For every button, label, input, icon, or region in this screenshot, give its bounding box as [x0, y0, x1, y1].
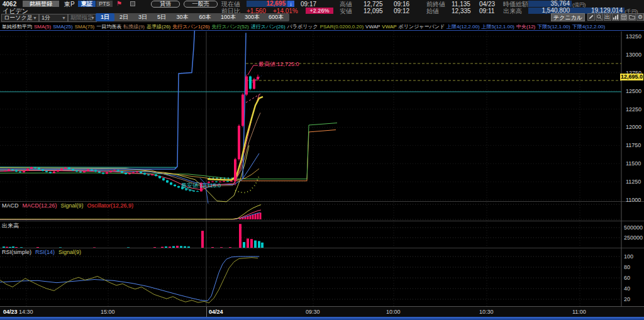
indicator-legend-bar: 単純移動平均SMA(5)SMA(25)SMA(75)一目均衡表転換線(9)基準線…	[0, 23, 644, 31]
legend-item-15[interactable]: 上限4(12,2.00)	[447, 23, 479, 30]
volume-kanji-icon[interactable]: 出	[604, 13, 611, 21]
alert-flag-icon[interactable]: ⚑	[116, 1, 122, 7]
current-price-tag: 12,695.0	[620, 74, 643, 80]
session-divider	[206, 307, 207, 317]
open-value: 12,335	[452, 8, 471, 14]
legend-item-2[interactable]: SMA(25)	[53, 24, 73, 30]
period-button-1日[interactable]: 1日	[96, 13, 114, 21]
volume-legend-item-0[interactable]: 出来高	[2, 222, 19, 230]
legend-item-0[interactable]: 単純移動平均	[2, 23, 32, 30]
high-annotation: 最高値:12,725.0	[258, 62, 299, 67]
period-button-30本[interactable]: 30本	[171, 13, 194, 21]
header: 4062 銘柄登録 東P 東証 PTS ⚑ 貸借 一般売 現在値 12,695 …	[0, 0, 644, 23]
legend-item-3[interactable]: SMA(75)	[75, 24, 95, 30]
low-annotation: 最安値:11,115.0	[181, 183, 221, 189]
legend-item-7[interactable]: 先行スパン1(26)	[172, 23, 209, 30]
register-button[interactable]: 銘柄登録	[23, 1, 59, 7]
high-label: 高値	[340, 1, 352, 8]
legend-item-9[interactable]: 遅行スパン(26)	[251, 23, 286, 30]
volume-label: 出来高	[503, 8, 522, 14]
market-label: 東P	[64, 1, 75, 8]
open-time: 09:11	[479, 8, 494, 14]
current-price-value: 12,695	[247, 1, 287, 7]
chevron-down-icon: ▼	[33, 14, 37, 21]
legend-item-1[interactable]: SMA(5)	[34, 24, 51, 30]
macd-legend-item-1[interactable]: MACD(12,26)	[23, 202, 57, 209]
rsi-tick-20: 20	[624, 297, 630, 302]
current-time: 09:17	[301, 1, 316, 8]
macd-legend-item-3[interactable]: Oscillator(12,26,9)	[87, 202, 134, 209]
legend-item-13[interactable]: VWAP	[382, 24, 396, 30]
legend-item-11[interactable]: PSAR(0.0200,0.20)	[320, 24, 364, 30]
gear-icon[interactable]: ⚙	[636, 13, 644, 21]
legend-item-14[interactable]: ボリンジャーバンド	[399, 23, 445, 30]
bar-chart-icon[interactable]	[612, 13, 619, 21]
period-button-3日[interactable]: 3日	[133, 13, 152, 21]
time-tick-10:30: 10:30	[479, 309, 494, 315]
bottom-accent-strip	[0, 317, 644, 320]
volume-tick-250000: 250000	[624, 235, 643, 241]
tab-exchange-tse[interactable]: 東証	[78, 1, 96, 7]
low-label: 安値	[340, 8, 352, 14]
interval-select[interactable]: 1分▼	[39, 14, 68, 22]
period-range-select[interactable]: 期間指定▼	[68, 14, 97, 22]
rsi-tick-40: 40	[624, 286, 630, 292]
price-tick-12250: 12250	[626, 107, 641, 113]
time-tick-10:00: 10:00	[386, 309, 401, 315]
period-button-2日[interactable]: 2日	[114, 13, 133, 21]
time-tick-14:30: 14:30	[19, 309, 33, 315]
rsi-legend-item-2[interactable]: Signal(9)	[58, 249, 81, 255]
legend-item-5[interactable]: 転換線(9)	[123, 23, 145, 30]
time-tick-09:30: 09:30	[306, 309, 320, 315]
chart-type-select[interactable]: ローソク足▼	[1, 14, 39, 22]
rsi-legend: RSI(simple)RSI(14)Signal(9)	[2, 249, 81, 255]
low-time: 09:12	[394, 8, 409, 14]
stock-code: 4062	[3, 1, 16, 8]
legend-item-12[interactable]: VWAP	[365, 24, 380, 30]
tab-exchange-pts[interactable]: PTS	[96, 1, 113, 7]
legend-item-18[interactable]: 下限5(12,1.00)	[537, 23, 570, 30]
prev-close-date: 04/23	[479, 1, 495, 8]
folder-icon[interactable]	[628, 13, 636, 21]
market-cap-value: 35,764	[528, 1, 572, 7]
legend-item-8[interactable]: 先行スパン2(52)	[212, 23, 249, 30]
credit-button[interactable]: 貸借	[151, 1, 180, 8]
legend-item-19[interactable]: 下限4(12,2.00)	[572, 23, 605, 30]
calendar-icon[interactable]	[620, 13, 628, 21]
high-time: 09:16	[394, 1, 409, 8]
legend-item-10[interactable]: パラボリック	[287, 23, 318, 30]
high-value: 12,725	[364, 1, 383, 8]
period-button-5日[interactable]: 5日	[152, 13, 171, 21]
chart-canvas[interactable]	[0, 0, 644, 320]
prev-close-label: 前終値	[426, 1, 445, 8]
legend-item-16[interactable]: 上限5(12,1.00)	[482, 23, 514, 30]
mini-grid-icon[interactable]	[130, 1, 135, 6]
time-tick-04/24: 04/24	[209, 309, 223, 315]
price-tick-11250: 11250	[626, 179, 641, 185]
rsi-legend-item-0[interactable]: RSI(simple)	[2, 249, 31, 255]
rsi-tick-80: 80	[624, 265, 630, 270]
rsi-tick-100: 100	[624, 254, 633, 260]
price-tick-11500: 11500	[626, 161, 641, 167]
price-tick-12000: 12000	[626, 124, 641, 130]
period-button-60本[interactable]: 60本	[194, 13, 216, 21]
technical-button[interactable]: テクニカル	[551, 13, 585, 21]
rsi-legend-item-1[interactable]: RSI(14)	[35, 249, 55, 255]
macd-legend-item-0[interactable]: MACD	[2, 202, 19, 209]
current-price-label: 現在値	[221, 1, 240, 8]
vs-open-pct: +2.26%	[306, 8, 333, 14]
time-tick-11:00: 11:00	[572, 309, 586, 315]
legend-item-4[interactable]: 一目均衡表	[96, 23, 121, 30]
time-axis[interactable]: 04/2314:3015:0004/2409:3010:0010:3011:00	[0, 306, 644, 317]
period-button-300本[interactable]: 300本	[240, 13, 264, 21]
sell-button[interactable]: 一般売	[184, 1, 218, 8]
legend-item-6[interactable]: 基準線(26)	[147, 23, 170, 30]
low-value: 12,095	[364, 8, 383, 14]
magnifier-icon[interactable]	[596, 13, 603, 21]
period-button-600本[interactable]: 600本	[264, 13, 288, 21]
macd-legend-item-2[interactable]: Signal(9)	[61, 202, 84, 209]
pencil-icon[interactable]	[587, 13, 595, 21]
down-arrow-icon: ↓	[287, 1, 294, 7]
legend-item-17[interactable]: 中央(12)	[516, 23, 535, 30]
period-button-100本[interactable]: 100本	[216, 13, 240, 21]
